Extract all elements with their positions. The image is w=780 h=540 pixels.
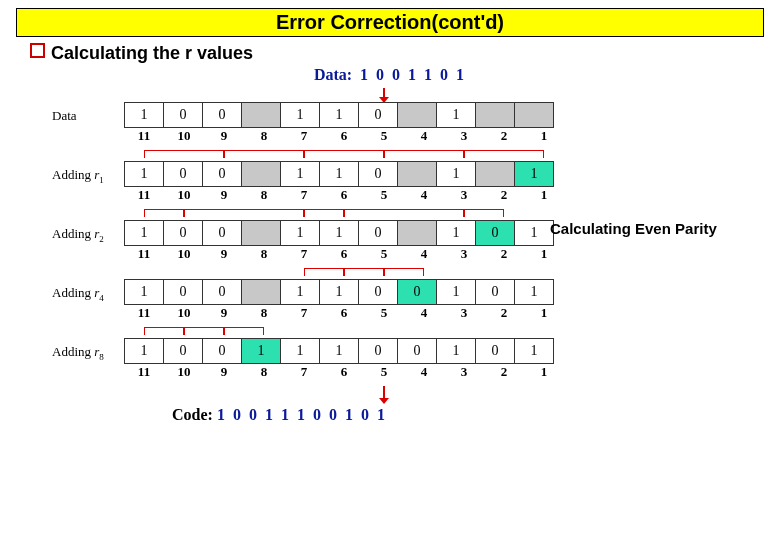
position-cell: 2: [484, 128, 524, 146]
code-line: Code: 1 0 0 1 1 1 0 0 1 0 1: [172, 406, 768, 424]
bracket: [304, 209, 344, 217]
cell: 1: [125, 162, 164, 187]
cell: 0: [476, 339, 515, 364]
title-bar: Error Correction(cont'd): [16, 8, 764, 37]
position-cell: 5: [364, 364, 404, 382]
bracket: [304, 150, 384, 158]
cell: [242, 162, 281, 187]
position-cell: 2: [484, 246, 524, 264]
cell: 1: [281, 339, 320, 364]
position-cell: 9: [204, 305, 244, 323]
position-cell: 5: [364, 246, 404, 264]
row-label: Adding r4: [52, 279, 124, 303]
cell: 1: [515, 339, 554, 364]
bracket: [144, 327, 184, 335]
content: Data10011011110987654321Adding r11001101…: [52, 88, 768, 424]
cell-row: 10011100101: [124, 338, 554, 364]
cell-row: 1001100101: [124, 279, 554, 305]
cell: 0: [203, 221, 242, 246]
down-arrow-bottom: [124, 386, 768, 404]
position-cell: 8: [244, 128, 284, 146]
cell: 1: [281, 103, 320, 128]
position-cell: 3: [444, 128, 484, 146]
cell: [515, 103, 554, 128]
position-cell: 5: [364, 305, 404, 323]
position-cell: 6: [324, 246, 364, 264]
position-cell: 7: [284, 246, 324, 264]
cell: [398, 162, 437, 187]
down-arrow-top: [124, 88, 768, 102]
position-cell: 4: [404, 305, 444, 323]
cell: 1: [320, 103, 359, 128]
position-cell: 10: [164, 364, 204, 382]
code-bits: 1 0 0 1 1 1 0 0 1 0 1: [217, 406, 387, 423]
cell: 1: [437, 103, 476, 128]
position-cell: 4: [404, 246, 444, 264]
code-label: Code:: [172, 406, 213, 423]
cell: 1: [437, 221, 476, 246]
slide: Error Correction(cont'd) Calculating the…: [0, 0, 780, 540]
position-cell: 1: [524, 364, 564, 382]
subheader: Calculating the r values: [30, 43, 768, 64]
cell: 0: [203, 280, 242, 305]
position-cell: 11: [124, 128, 164, 146]
position-cell: 1: [524, 246, 564, 264]
cell: 1: [515, 280, 554, 305]
position-cell: 10: [164, 128, 204, 146]
row-label: Adding r2: [52, 220, 124, 244]
position-cell: 7: [284, 364, 324, 382]
position-cell: 1: [524, 128, 564, 146]
cell: 1: [125, 280, 164, 305]
brackets: [124, 209, 768, 219]
bracket: [184, 327, 224, 335]
position-cell: 7: [284, 128, 324, 146]
cell: 0: [203, 339, 242, 364]
cell: 1: [320, 339, 359, 364]
position-row: 1110987654321: [124, 246, 564, 264]
bracket: [464, 150, 544, 158]
position-cell: 4: [404, 364, 444, 382]
position-cell: 1: [524, 305, 564, 323]
side-note: Calculating Even Parity: [550, 220, 717, 237]
position-cell: 5: [364, 187, 404, 205]
cell: 1: [515, 221, 554, 246]
position-cell: 5: [364, 128, 404, 146]
cell: 1: [125, 339, 164, 364]
cell: 1: [320, 221, 359, 246]
position-cell: 11: [124, 246, 164, 264]
cell: [398, 221, 437, 246]
cell: 1: [125, 221, 164, 246]
bracket: [144, 150, 224, 158]
position-cell: 8: [244, 364, 284, 382]
row-block: Adding r21001101011110987654321: [52, 209, 768, 266]
cell: 0: [398, 339, 437, 364]
cell-row: 10011011: [124, 161, 554, 187]
position-cell: 3: [444, 305, 484, 323]
cell: 0: [359, 221, 398, 246]
subheader-text: Calculating the r values: [51, 43, 253, 63]
cell: 0: [164, 339, 203, 364]
data-label: Data:: [314, 66, 352, 83]
brackets: [124, 268, 768, 278]
cell: [242, 103, 281, 128]
position-cell: 6: [324, 187, 364, 205]
bracket: [344, 209, 464, 217]
data-bits: 1 0 0 1 1 0 1: [360, 66, 466, 83]
row-block: Adding r410011001011110987654321: [52, 268, 768, 325]
rows-container: Data10011011110987654321Adding r11001101…: [52, 102, 768, 384]
cell: 0: [164, 162, 203, 187]
position-cell: 10: [164, 187, 204, 205]
bullet-icon: [30, 43, 45, 58]
bracket: [144, 209, 184, 217]
cell: 1: [281, 162, 320, 187]
cell: 1: [437, 280, 476, 305]
bracket: [384, 150, 464, 158]
position-row: 1110987654321: [124, 128, 564, 146]
cell: 1: [320, 162, 359, 187]
cell: 1: [281, 280, 320, 305]
cell: 0: [359, 339, 398, 364]
bracket: [224, 327, 264, 335]
position-cell: 11: [124, 305, 164, 323]
position-cell: 2: [484, 187, 524, 205]
cell: 0: [164, 103, 203, 128]
